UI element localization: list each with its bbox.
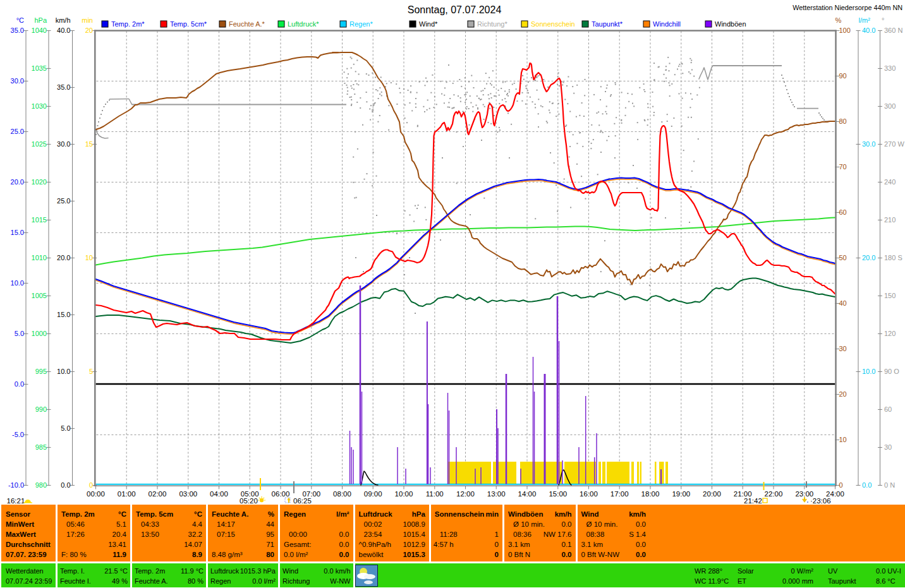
svg-text:90: 90: [839, 72, 847, 80]
svg-text:·23:06: ·23:06: [810, 497, 831, 505]
svg-text:16:00: 16:00: [580, 490, 598, 498]
svg-text:01:00: 01:00: [118, 490, 136, 498]
svg-text:18:00: 18:00: [641, 490, 660, 498]
svg-text:00:00: 00:00: [87, 490, 105, 498]
svg-text:15: 15: [85, 140, 93, 148]
svg-text:20.0: 20.0: [11, 178, 24, 186]
svg-text:Sonnenschein: Sonnenschein: [531, 20, 575, 28]
svg-text:Richtung*: Richtung*: [477, 20, 507, 28]
svg-text:Luftdruck*: Luftdruck*: [288, 20, 319, 28]
svg-text:0: 0: [839, 481, 843, 489]
svg-text:21:42: 21:42: [744, 497, 762, 505]
svg-text:15.0: 15.0: [11, 229, 24, 236]
svg-text:22:00: 22:00: [765, 490, 783, 498]
svg-text:17:00: 17:00: [610, 490, 629, 498]
svg-text:10.0: 10.0: [11, 279, 24, 287]
svg-text:330: 330: [884, 64, 896, 72]
svg-text:990: 990: [35, 405, 47, 413]
svg-text:0: 0: [89, 481, 93, 489]
svg-text:0.0: 0.0: [15, 380, 24, 388]
svg-text:30.0: 30.0: [11, 77, 24, 85]
svg-text:1030: 1030: [32, 102, 47, 110]
svg-text:5.0: 5.0: [61, 424, 70, 432]
svg-text:Windchill: Windchill: [653, 20, 681, 28]
svg-text:02:00: 02:00: [149, 490, 167, 498]
svg-text:%: %: [835, 16, 842, 24]
svg-text:°C: °C: [16, 16, 24, 24]
svg-text:70: 70: [839, 163, 847, 171]
svg-text:40: 40: [839, 299, 847, 307]
svg-text:°: °: [882, 16, 884, 24]
svg-text:80: 80: [839, 117, 847, 125]
svg-text:06:00: 06:00: [272, 490, 290, 498]
svg-text:14:00: 14:00: [518, 490, 537, 498]
svg-text:40.0: 40.0: [57, 27, 70, 34]
svg-text:20:00: 20:00: [703, 490, 721, 498]
svg-text:11:00: 11:00: [426, 490, 444, 498]
svg-text:1040: 1040: [32, 27, 47, 34]
svg-text:0.0: 0.0: [862, 481, 872, 489]
svg-text:25.0: 25.0: [11, 128, 24, 135]
svg-text:Feuchte A.*: Feuchte A.*: [229, 20, 265, 28]
svg-text:995: 995: [35, 368, 47, 375]
svg-text:30.0: 30.0: [57, 140, 70, 148]
svg-text:12:00: 12:00: [456, 490, 475, 498]
svg-text:Wind*: Wind*: [419, 20, 438, 28]
svg-text:1020: 1020: [32, 178, 47, 186]
svg-text:60: 60: [839, 208, 847, 216]
svg-text:19:00: 19:00: [672, 490, 690, 498]
svg-text:Temp. 2m*: Temp. 2m*: [111, 20, 145, 28]
svg-text:985: 985: [35, 443, 47, 451]
svg-text:120: 120: [884, 330, 896, 337]
svg-text:100: 100: [839, 27, 851, 34]
svg-text:30.0: 30.0: [862, 140, 875, 148]
svg-text:08:00: 08:00: [333, 490, 351, 498]
svg-text:10.0: 10.0: [57, 368, 70, 375]
svg-text:Taupunkt*: Taupunkt*: [592, 20, 623, 28]
svg-text:270 W: 270 W: [884, 140, 904, 148]
svg-text:5: 5: [89, 368, 93, 375]
svg-text:13:00: 13:00: [487, 490, 506, 498]
svg-text:04:00: 04:00: [210, 490, 228, 498]
svg-text:05:20: 05:20: [240, 497, 258, 505]
svg-text:1010: 1010: [32, 254, 47, 261]
svg-text:hPa: hPa: [34, 16, 47, 24]
svg-text:0.0: 0.0: [61, 481, 70, 489]
svg-text:09:00: 09:00: [364, 490, 382, 498]
svg-text:20: 20: [85, 27, 93, 34]
svg-text:240: 240: [884, 178, 896, 186]
svg-text:10:00: 10:00: [395, 490, 413, 498]
svg-text:1000: 1000: [32, 330, 47, 337]
svg-text:300: 300: [884, 102, 896, 110]
svg-text:360 N: 360 N: [884, 27, 902, 34]
svg-text:Regen*: Regen*: [349, 20, 373, 28]
svg-text:10: 10: [839, 436, 847, 443]
svg-text:-10.0: -10.0: [8, 481, 24, 489]
svg-text:30: 30: [839, 345, 847, 352]
svg-text:15.0: 15.0: [57, 311, 70, 318]
svg-text:20.0: 20.0: [57, 254, 70, 261]
svg-text:Windböen: Windböen: [715, 20, 746, 28]
svg-text:03:00: 03:00: [179, 490, 197, 498]
svg-text:5.0: 5.0: [15, 330, 24, 337]
svg-text:10.0: 10.0: [862, 368, 875, 375]
svg-text:0 N: 0 N: [884, 481, 895, 489]
svg-text:980: 980: [35, 481, 47, 489]
svg-text:Wetterstation Niedersorpe 440m: Wetterstation Niedersorpe 440m NN: [793, 4, 902, 11]
svg-text:1035: 1035: [32, 64, 47, 72]
svg-text:Temp. 5cm*: Temp. 5cm*: [170, 20, 207, 28]
svg-text:35.0: 35.0: [57, 83, 70, 91]
svg-text:min: min: [82, 16, 93, 24]
svg-text:16:21: 16:21: [7, 497, 25, 505]
svg-text:20.0: 20.0: [862, 254, 875, 261]
svg-text:km/h: km/h: [56, 16, 71, 24]
svg-text:25.0: 25.0: [57, 197, 70, 205]
svg-text:Sonntag, 07.07.2024: Sonntag, 07.07.2024: [408, 4, 502, 15]
svg-text:30: 30: [884, 443, 892, 451]
svg-text:1025: 1025: [32, 140, 47, 148]
svg-text:35.0: 35.0: [11, 27, 24, 34]
svg-text:150: 150: [884, 292, 896, 299]
svg-text:60: 60: [884, 405, 892, 413]
svg-text:180 S: 180 S: [884, 254, 902, 261]
svg-text:06:25: 06:25: [293, 497, 312, 505]
